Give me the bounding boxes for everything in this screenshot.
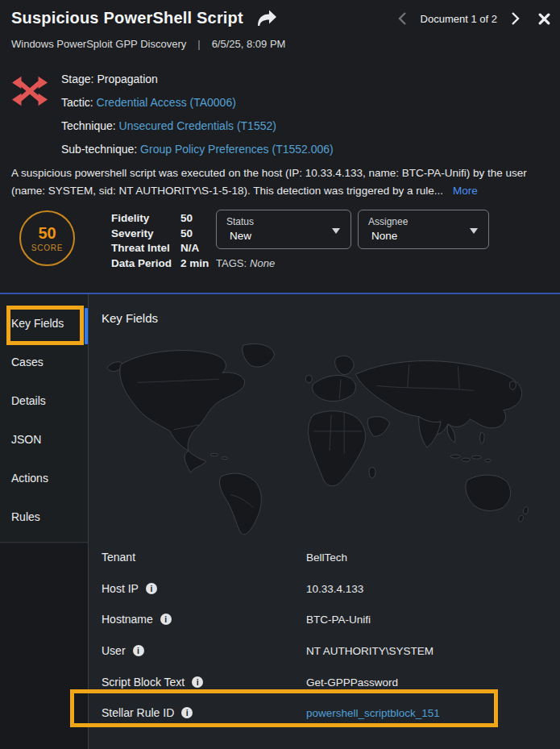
field-row-user: UseriNT AUTHORITY\SYSTEM [102, 639, 554, 671]
field-row-script-block-text: Script Block TextiGet-GPPPassword [102, 671, 554, 702]
field-label: Hostname [102, 613, 153, 626]
field-value: Get-GPPPassword [306, 676, 398, 689]
field-labelwrap: Hostnamei [102, 613, 172, 626]
field-value: BTC-PA-Unifi [306, 614, 371, 626]
technique-link[interactable]: Unsecured Credentials (T1552) [119, 119, 276, 132]
alert-description-text: A suspicious powershell script was execu… [11, 167, 527, 197]
info-icon[interactable]: i [160, 614, 172, 625]
sidebar-item-key-fields[interactable]: Key Fields [11, 317, 88, 333]
field-value: NT AUTHORITY\SYSTEM [306, 645, 433, 657]
assignee-dropdown[interactable]: Assignee None [358, 210, 489, 249]
sidebar-item-json[interactable]: JSON [11, 433, 88, 449]
sidebar-item-actions[interactable]: Actions [11, 472, 88, 488]
score-label: SCORE [31, 243, 64, 252]
score-value: 50 [38, 225, 56, 242]
info-icon[interactable]: i [181, 707, 193, 718]
status-dropdown[interactable]: Status New [216, 210, 351, 249]
alert-timestamp: 6/5/25, 8:09 PM [212, 38, 286, 50]
subtechnique-row: Sub-technique: Group Policy Preferences … [61, 138, 334, 161]
field-label: Stellar Rule ID [102, 706, 174, 719]
assignee-dropdown-label: Assignee [368, 216, 479, 227]
stat-value: 50 [180, 227, 193, 242]
field-row-stellar-rule-id: Stellar Rule IDipowershell_scriptblock_1… [102, 701, 554, 733]
field-label: User [102, 644, 126, 657]
stage-row: Stage: Propagation [61, 68, 334, 91]
page-title: Suspicious PowerShell Script [11, 9, 243, 27]
field-labelwrap: Stellar Rule IDi [102, 706, 193, 719]
sidebar-item-cases[interactable]: Cases [11, 356, 88, 372]
tags-label: TAGS: [216, 257, 247, 269]
alert-description: A suspicious powershell script was execu… [11, 164, 553, 199]
technique-label: Technique: [61, 119, 116, 132]
prev-document-icon[interactable] [396, 12, 409, 25]
field-row-hostname: HostnameiBTC-PA-Unifi [102, 608, 554, 639]
next-document-icon[interactable] [509, 12, 521, 25]
tags-value: None [250, 257, 275, 269]
score-badge: 50 SCORE [19, 210, 75, 266]
field-row-tenant: TenantBellTech [102, 546, 554, 577]
stat-value: 50 [180, 211, 193, 227]
chevron-down-icon [470, 228, 478, 234]
field-labelwrap: Script Block Texti [102, 676, 203, 689]
stat-data-period: Data Period2 min [111, 256, 209, 272]
tactic-link[interactable]: Credential Access (TA0006) [97, 96, 236, 109]
field-value: BellTech [306, 551, 347, 564]
technique-row: Technique: Unsecured Credentials (T1552) [61, 114, 334, 138]
sidebar: Key FieldsCasesDetailsJSONActionsRules [0, 294, 88, 543]
chevron-down-icon [332, 228, 340, 234]
field-label: Host IP [102, 582, 139, 595]
alert-stats: Fidelity50Severity50Threat IntelN/AData … [111, 211, 209, 272]
document-counter: Document 1 of 2 [421, 13, 497, 25]
sidebar-item-details[interactable]: Details [11, 394, 88, 410]
tactic-label: Tactic: [61, 96, 93, 109]
tags-row: TAGS:None [216, 257, 275, 269]
stat-severity: Severity50 [111, 227, 209, 242]
field-labelwrap: Useri [102, 644, 144, 657]
subtechnique-label: Sub-technique: [61, 143, 137, 156]
stat-fidelity: Fidelity50 [111, 211, 209, 227]
field-value-link[interactable]: powershell_scriptblock_151 [306, 707, 440, 719]
stage-value: Propagation [97, 73, 158, 85]
field-label: Tenant [102, 551, 135, 564]
alert-header: Suspicious PowerShell Script Document 1 … [0, 0, 560, 293]
alert-detail-panel: Suspicious PowerShell Script Document 1 … [0, 0, 560, 749]
status-dropdown-label: Status [226, 216, 341, 227]
active-tab-indicator [85, 308, 88, 344]
subtechnique-link[interactable]: Group Policy Preferences (T1552.006) [140, 143, 334, 156]
stage-label: Stage: [61, 73, 93, 85]
field-row-host-ip: Host IPi10.33.4.133 [102, 577, 554, 609]
field-labelwrap: Host IPi [102, 582, 157, 595]
tab-section: Key FieldsCasesDetailsJSONActionsRules K… [0, 294, 560, 749]
stat-threat-intel: Threat IntelN/A [111, 241, 209, 256]
stat-label: Severity [111, 227, 180, 242]
stat-label: Fidelity [111, 211, 180, 227]
sidebar-item-rules[interactable]: Rules [11, 510, 88, 526]
close-icon[interactable] [538, 13, 550, 25]
key-fields-list: TenantBellTechHost IPi10.33.4.133Hostnam… [102, 546, 554, 733]
stat-label: Data Period [111, 256, 180, 272]
propagation-stage-icon [11, 71, 48, 108]
info-icon[interactable]: i [192, 676, 203, 688]
tactic-row: Tactic: Credential Access (TA0006) [61, 91, 334, 114]
stat-value: 2 min [180, 256, 209, 272]
section-heading: Key Fields [102, 311, 158, 325]
alert-type: Windows PowerSploit GPP Discovery [11, 38, 186, 50]
info-icon[interactable]: i [146, 583, 157, 594]
killchain-block: Stage: Propagation Tactic: Credential Ac… [11, 68, 334, 161]
key-fields-panel: Key Fields [89, 294, 560, 749]
stat-label: Threat Intel [111, 241, 180, 256]
more-link[interactable]: More [453, 185, 478, 197]
field-label: Script Block Text [102, 676, 185, 689]
info-icon[interactable]: i [133, 645, 144, 656]
field-value: 10.33.4.133 [306, 583, 363, 595]
assignee-dropdown-value: None [368, 230, 479, 242]
stat-value: N/A [180, 241, 199, 256]
subtitle-separator: | [197, 38, 200, 50]
document-pagination: Document 1 of 2 [396, 12, 550, 25]
world-map [100, 340, 556, 542]
sidebar-lower [0, 543, 88, 749]
alert-subtitle: Windows PowerSploit GPP Discovery | 6/5/… [11, 38, 285, 50]
status-dropdown-value: New [226, 230, 341, 242]
field-labelwrap: Tenant [102, 551, 135, 564]
share-icon[interactable] [256, 10, 277, 27]
